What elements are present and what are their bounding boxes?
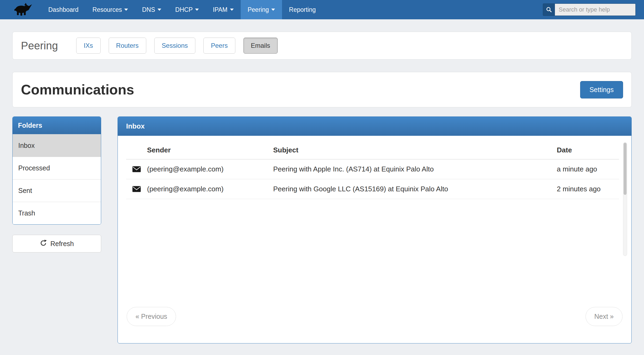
nav-label: Dashboard (48, 6, 79, 13)
tab-peers[interactable]: Peers (203, 38, 235, 54)
cell-sender: (peering@example.com) (147, 185, 273, 193)
search-icon (543, 4, 555, 16)
global-search (543, 3, 636, 16)
cell-sender: (peering@example.com) (147, 165, 273, 173)
inbox-body: Sender Subject Date (peering@example.com… (118, 136, 631, 307)
folder-item-sent[interactable]: Sent (13, 179, 101, 202)
table-header-row: Sender Subject Date (126, 143, 619, 159)
pagination: « Previous Next » (118, 307, 631, 343)
top-navbar: Dashboard Resources DNS DHCP IPAM Peerin… (0, 0, 644, 19)
column-header-date: Date (557, 146, 619, 154)
chevron-down-icon (230, 9, 234, 11)
nav-label: DNS (142, 6, 155, 13)
subnav-title: Peering (21, 40, 58, 52)
folders-panel-title: Folders (13, 117, 101, 134)
cell-date: 2 minutes ago (557, 185, 619, 193)
chevron-down-icon (124, 9, 128, 11)
column-header-sender: Sender (147, 146, 273, 154)
nav-item-reporting[interactable]: Reporting (282, 0, 323, 19)
peering-subnav-panel: Peering IXs Routers Sessions Peers Email… (12, 32, 632, 60)
nav-item-peering[interactable]: Peering (241, 0, 282, 19)
refresh-icon (40, 239, 47, 248)
table-row[interactable]: (peering@example.com) Peering with Apple… (126, 159, 619, 179)
tab-routers[interactable]: Routers (109, 38, 146, 54)
nav-item-dhcp[interactable]: DHCP (168, 0, 206, 19)
folder-item-processed[interactable]: Processed (13, 157, 101, 179)
nav-label: Resources (93, 6, 122, 13)
cell-subject: Peering with Google LLC (AS15169) at Equ… (273, 185, 557, 193)
tab-ixs[interactable]: IXs (76, 38, 101, 54)
tab-emails[interactable]: Emails (243, 38, 278, 54)
nav-item-resources[interactable]: Resources (86, 0, 135, 19)
chevron-down-icon (271, 9, 275, 11)
tab-sessions[interactable]: Sessions (154, 38, 195, 54)
next-page-button[interactable]: Next » (586, 307, 623, 326)
nav-label: Peering (248, 6, 269, 13)
nav-item-ipam[interactable]: IPAM (206, 0, 241, 19)
nav-item-dashboard[interactable]: Dashboard (41, 0, 86, 19)
envelope-icon (126, 186, 147, 192)
inbox-panel: Inbox Sender Subject Date (pee (118, 116, 632, 343)
nav-label: IPAM (213, 6, 228, 13)
envelope-icon (126, 166, 147, 172)
nav-item-dns[interactable]: DNS (135, 0, 168, 19)
page-title: Communications (21, 82, 134, 98)
refresh-label: Refresh (50, 240, 74, 248)
nav-label: Reporting (289, 6, 316, 13)
content-area: Folders Inbox Processed Sent Trash Refre… (12, 116, 632, 343)
refresh-button[interactable]: Refresh (12, 235, 101, 252)
inbox-panel-title: Inbox (118, 117, 631, 136)
page-header-panel: Communications Settings (12, 72, 632, 107)
folders-column: Folders Inbox Processed Sent Trash Refre… (12, 116, 101, 252)
folders-panel: Folders Inbox Processed Sent Trash (12, 116, 101, 225)
scrollbar-track[interactable] (623, 142, 627, 256)
app-logo[interactable] (0, 0, 38, 19)
cell-subject: Peering with Apple Inc. (AS714) at Equin… (273, 165, 557, 173)
nav-label: DHCP (175, 6, 193, 13)
previous-page-button[interactable]: « Previous (127, 307, 176, 326)
rhino-logo-icon (14, 2, 32, 17)
cell-date: a minute ago (557, 165, 619, 173)
chevron-down-icon (195, 9, 199, 11)
scrollbar-thumb[interactable] (624, 143, 627, 195)
chevron-down-icon (158, 9, 161, 11)
search-input[interactable] (555, 4, 635, 16)
table-row[interactable]: (peering@example.com) Peering with Googl… (126, 179, 619, 199)
folder-item-inbox[interactable]: Inbox (13, 134, 101, 157)
column-header-subject: Subject (273, 146, 557, 154)
mail-table: Sender Subject Date (peering@example.com… (126, 143, 619, 199)
folder-item-trash[interactable]: Trash (13, 202, 101, 224)
settings-button[interactable]: Settings (580, 81, 623, 98)
